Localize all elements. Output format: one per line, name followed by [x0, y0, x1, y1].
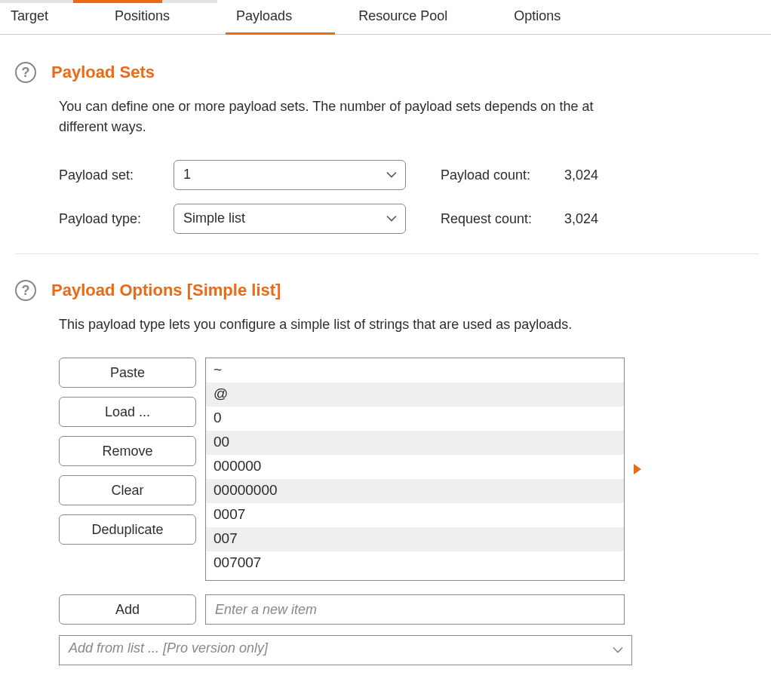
add-from-list-select[interactable]: Add from list ... [Pro version only] — [59, 635, 632, 665]
label-payload-count: Payload count: — [441, 167, 564, 183]
payload-sets-description-line1: You can define one or more payload sets.… — [59, 97, 759, 117]
row-payload-type: Payload type: Simple list Request count:… — [59, 204, 759, 234]
select-wrap-payload-type: Simple list — [174, 204, 406, 234]
value-request-count: 3,024 — [564, 211, 598, 227]
payload-set-form: Payload set: 1 Payload count: 3,024 Payl… — [59, 160, 759, 234]
help-icon[interactable]: ? — [15, 62, 36, 83]
section-header: ? Payload Sets — [15, 62, 759, 83]
add-item-input[interactable] — [205, 594, 625, 625]
tab-positions[interactable]: Positions — [115, 0, 170, 34]
payload-sets-description-line2: different ways. — [59, 117, 759, 137]
payload-list-column: ~ @ 0 00 000000 00000000 0007 007 007007 — [205, 358, 646, 581]
deduplicate-button[interactable]: Deduplicate — [59, 514, 196, 545]
remove-button[interactable]: Remove — [59, 436, 196, 466]
section-payload-sets: ? Payload Sets You can define one or mor… — [15, 62, 759, 234]
section-header: ? Payload Options [Simple list] — [15, 280, 759, 301]
paste-button[interactable]: Paste — [59, 358, 196, 388]
tab-resource-pool[interactable]: Resource Pool — [358, 0, 447, 34]
value-payload-count: 3,024 — [564, 167, 598, 183]
payload-options-area: Paste Load ... Remove Clear Deduplicate … — [59, 358, 759, 581]
section-divider — [15, 253, 759, 254]
add-button[interactable]: Add — [59, 594, 196, 625]
clear-button[interactable]: Clear — [59, 475, 196, 505]
label-request-count: Request count: — [441, 211, 564, 227]
add-from-list-wrap: Add from list ... [Pro version only] — [59, 635, 632, 665]
list-item[interactable]: 0007 — [206, 503, 624, 527]
select-payload-type[interactable]: Simple list — [174, 204, 406, 234]
main-content: ? Payload Sets You can define one or mor… — [0, 35, 771, 665]
add-row: Add — [59, 594, 759, 625]
list-item[interactable]: 0 — [206, 407, 624, 431]
list-item: 00 — [206, 431, 624, 455]
section-body: This payload type lets you configure a s… — [59, 315, 759, 665]
list-item[interactable]: @ — [206, 382, 624, 407]
load-button[interactable]: Load ... — [59, 397, 196, 427]
select-wrap-payload-set: 1 — [174, 160, 406, 190]
section-body: You can define one or more payload sets.… — [59, 97, 759, 234]
list-item[interactable]: ~ — [206, 358, 624, 382]
list-item[interactable]: 000000 — [206, 455, 624, 479]
list-item[interactable]: 007007 — [206, 551, 624, 576]
label-payload-type: Payload type: — [59, 211, 174, 227]
list-item[interactable]: 00000000 — [206, 479, 624, 503]
select-payload-set[interactable]: 1 — [174, 160, 406, 190]
section-title-payload-options: Payload Options [Simple list] — [51, 281, 281, 300]
tab-payloads[interactable]: Payloads — [236, 0, 292, 34]
add-from-list-row: Add from list ... [Pro version only] — [59, 635, 759, 665]
help-icon[interactable]: ? — [15, 280, 36, 301]
button-column: Paste Load ... Remove Clear Deduplicate — [59, 358, 196, 581]
tab-options[interactable]: Options — [514, 0, 561, 34]
section-payload-options: ? Payload Options [Simple list] This pay… — [15, 280, 759, 665]
prev-tab-active-strip — [73, 0, 162, 3]
expand-handle-icon[interactable] — [629, 358, 646, 581]
payload-options-description: This payload type lets you configure a s… — [59, 315, 759, 335]
list-item[interactable]: 007 — [206, 527, 624, 551]
label-payload-set: Payload set: — [59, 167, 174, 183]
tabs-bar: Target Positions Payloads Resource Pool … — [0, 0, 771, 35]
tab-target[interactable]: Target — [11, 0, 48, 34]
row-payload-set: Payload set: 1 Payload count: 3,024 — [59, 160, 759, 190]
payload-list[interactable]: ~ @ 0 00 000000 00000000 0007 007 007007 — [205, 358, 625, 581]
section-title-payload-sets: Payload Sets — [51, 63, 155, 82]
